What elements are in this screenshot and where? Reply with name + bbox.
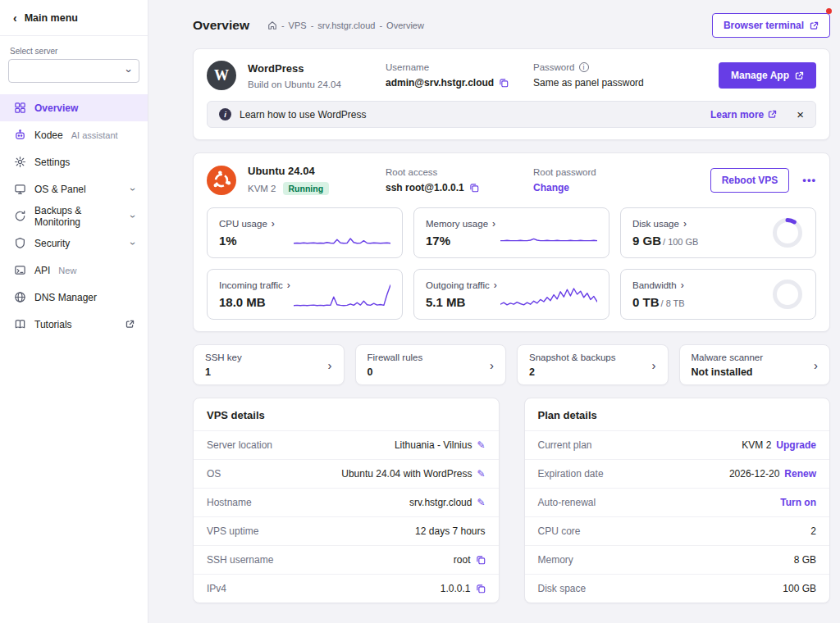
- detail-row-os: OS Ubuntu 24.04 with WordPress✎: [194, 459, 499, 488]
- info-icon: i: [219, 108, 231, 121]
- snapshot-backups-card[interactable]: Snapshot & backups2 ›: [517, 344, 669, 385]
- copy-icon[interactable]: [469, 183, 479, 193]
- sidebar-item-label: Kodee: [34, 130, 63, 141]
- svg-text:W: W: [214, 67, 229, 84]
- sidebar-item-security[interactable]: Security ›: [0, 230, 148, 257]
- banner-message: Learn how to use WordPress: [240, 109, 367, 121]
- browser-terminal-label: Browser terminal: [724, 20, 804, 31]
- more-options-icon[interactable]: •••: [802, 174, 816, 186]
- disk-usage-donut: [771, 216, 804, 249]
- copy-icon[interactable]: [476, 584, 486, 593]
- terminal-icon: [13, 264, 26, 277]
- info-icon[interactable]: i: [579, 62, 589, 72]
- copy-icon[interactable]: [476, 555, 486, 565]
- manage-app-button[interactable]: Manage App: [719, 62, 816, 89]
- external-link-icon: [810, 21, 819, 30]
- sidebar-item-settings[interactable]: Settings: [0, 148, 148, 175]
- sidebar-item-label: Settings: [34, 157, 70, 168]
- vps-card: Ubuntu 24.04 KVM 2 Running Root access s…: [193, 152, 830, 332]
- chevron-right-icon: ›: [328, 358, 332, 372]
- detail-row-memory: Memory 8 GB: [525, 545, 830, 574]
- chevron-down-icon: ›: [128, 188, 138, 191]
- robot-icon: [13, 129, 26, 142]
- manage-app-label: Manage App: [731, 70, 789, 81]
- sidebar-item-os-panel[interactable]: OS & Panel ›: [0, 175, 148, 202]
- change-password-link[interactable]: Change: [533, 182, 569, 193]
- malware-scanner-card[interactable]: Malware scannerNot installed ›: [679, 344, 831, 385]
- chevron-right-icon: ›: [287, 280, 290, 290]
- edit-icon[interactable]: ✎: [477, 440, 485, 450]
- detail-row-disk-space: Disk space 100 GB: [525, 574, 830, 603]
- turn-on-link[interactable]: Turn on: [780, 497, 816, 508]
- main-menu-back-button[interactable]: ‹ Main menu: [0, 0, 148, 36]
- sidebar-item-backups-monitoring[interactable]: Backups & Monitoring ›: [0, 202, 148, 230]
- chevron-right-icon: ›: [492, 219, 495, 229]
- sidebar-item-label: Security: [34, 238, 70, 249]
- wordpress-banner: i Learn how to use WordPress Learn more …: [207, 101, 816, 128]
- sidebar-item-overview[interactable]: Overview: [0, 94, 148, 121]
- detail-row-hostname: Hostname srv.hstgr.cloud✎: [194, 488, 499, 516]
- main-content: Overview - VPS - srv.hstgr.cloud - Overv…: [148, 0, 840, 603]
- ubuntu-logo: [207, 166, 236, 195]
- metric-tile-memory[interactable]: Memory usage› 17%: [413, 207, 609, 258]
- bandwidth-donut: [771, 278, 804, 311]
- home-icon: [267, 20, 277, 30]
- quick-cards-row: SSH key1 › Firewall rules0 › Snapshot & …: [193, 344, 830, 385]
- detail-row-current-plan: Current plan KVM 2Upgrade: [525, 430, 830, 459]
- metric-tile-bandwidth[interactable]: Bandwidth› 0 TB/ 8 TB: [620, 269, 816, 320]
- outgoing-traffic-sparkline: [500, 281, 597, 307]
- metric-tile-outgoing[interactable]: Outgoing traffic› 5.1 MB: [413, 269, 609, 320]
- sidebar-item-dns-manager[interactable]: DNS Manager: [0, 284, 148, 311]
- learn-more-link[interactable]: Learn more: [710, 109, 777, 121]
- main-menu-label: Main menu: [25, 12, 78, 24]
- renew-link[interactable]: Renew: [784, 468, 816, 480]
- detail-row-ipv4: IPv4 1.0.0.1: [194, 574, 499, 603]
- plan-details-card: Plan details Current plan KVM 2Upgrade E…: [524, 398, 831, 603]
- sidebar-item-label: OS & Panel: [34, 184, 86, 195]
- sidebar-item-kodee[interactable]: Kodee AI assistant: [0, 121, 148, 148]
- close-icon[interactable]: ×: [797, 108, 804, 121]
- chevron-right-icon: ›: [683, 219, 687, 229]
- metric-tile-disk[interactable]: Disk usage› 9 GB/ 100 GB: [620, 207, 816, 258]
- breadcrumb-item-server[interactable]: srv.hstgr.cloud: [317, 20, 375, 30]
- edit-icon[interactable]: ✎: [477, 469, 485, 479]
- reboot-vps-button[interactable]: Reboot VPS: [710, 168, 790, 193]
- username-label: Username: [386, 62, 533, 72]
- sidebar-item-label: Overview: [34, 102, 78, 114]
- page-header: Overview - VPS - srv.hstgr.cloud - Overv…: [193, 13, 830, 38]
- breadcrumb-separator: -: [281, 20, 285, 30]
- edit-icon[interactable]: ✎: [477, 498, 485, 507]
- upgrade-link[interactable]: Upgrade: [776, 439, 816, 451]
- app-name: WordPress: [248, 62, 386, 75]
- external-link-icon: [126, 320, 135, 329]
- chevron-down-icon: ›: [128, 215, 138, 218]
- chevron-right-icon: ›: [681, 280, 684, 290]
- plan-details-title: Plan details: [525, 398, 830, 430]
- backup-refresh-icon: [13, 210, 26, 223]
- username-value: admin@srv.hstgr.cloud: [386, 77, 494, 89]
- breadcrumb-separator: -: [379, 20, 382, 30]
- detail-row-server-location: Server location Lithuania - Vilnius✎: [194, 430, 499, 459]
- sidebar-item-tutorials[interactable]: Tutorials: [0, 311, 148, 338]
- status-badge: Running: [283, 182, 330, 195]
- copy-icon[interactable]: [499, 78, 509, 88]
- external-link-icon: [768, 110, 777, 119]
- ssh-key-card[interactable]: SSH key1 ›: [193, 344, 345, 385]
- firewall-rules-card[interactable]: Firewall rules0 ›: [355, 344, 507, 385]
- detail-row-cpu-core: CPU core 2: [525, 516, 830, 545]
- server-select[interactable]: ›: [8, 59, 139, 83]
- chevron-right-icon: ›: [490, 358, 494, 372]
- breadcrumb-item-vps[interactable]: VPS: [289, 20, 307, 30]
- metric-tile-incoming[interactable]: Incoming traffic› 18.0 MB: [207, 269, 403, 320]
- metrics-grid: CPU usage› 1% Memory usage› 17% Disk usa…: [207, 207, 816, 320]
- sidebar-item-api[interactable]: API New: [0, 257, 148, 284]
- metric-tile-cpu[interactable]: CPU usage› 1%: [207, 207, 403, 258]
- external-link-icon: [795, 71, 804, 80]
- app-card: W WordPress Build on Ubuntu 24.04 Userna…: [193, 48, 830, 140]
- shield-icon: [13, 237, 26, 250]
- sidebar-item-suffix: AI assistant: [71, 130, 118, 140]
- gear-icon: [13, 156, 26, 169]
- vps-details-card: VPS details Server location Lithuania - …: [193, 398, 500, 603]
- browser-terminal-button[interactable]: Browser terminal: [712, 13, 830, 38]
- sidebar-item-suffix: New: [58, 266, 76, 275]
